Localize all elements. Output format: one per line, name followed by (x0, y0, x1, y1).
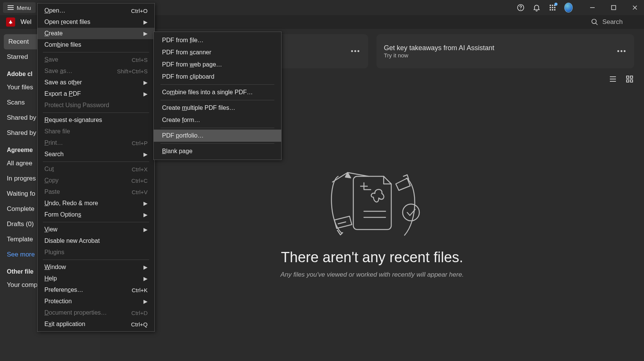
chevron-right-icon: ▶ (143, 276, 148, 282)
svg-rect-10 (554, 9, 555, 10)
chevron-right-icon: ▶ (143, 212, 148, 218)
svg-point-26 (403, 204, 419, 221)
chevron-right-icon: ▶ (143, 151, 148, 157)
menu-item[interactable]: Save as other▶ (38, 77, 154, 88)
menu-shortcut: Ctrl+D (131, 310, 148, 316)
menu-item[interactable]: Create multiple PDF files… (154, 102, 281, 114)
menu-separator (161, 143, 274, 144)
menu-separator (161, 84, 274, 85)
menu-separator (161, 100, 274, 100)
menu-item[interactable]: Combine files into a single PDF… (154, 86, 281, 98)
svg-rect-8 (550, 9, 551, 10)
svg-rect-12 (612, 6, 616, 10)
menu-item-label: Plugins (44, 249, 64, 256)
svg-rect-22 (627, 80, 629, 82)
list-view-icon[interactable] (608, 74, 617, 84)
grid-view-icon[interactable] (625, 74, 634, 84)
menu-item[interactable]: Combine files (38, 39, 154, 51)
empty-heading: There aren't any recent files. (281, 249, 463, 266)
menu-shortcut: Ctrl+Q (131, 321, 148, 328)
create-submenu: PDF from file…PDF from scannerPDF from w… (153, 32, 282, 160)
menu-item: PasteCtrl+V (38, 186, 154, 198)
menu-item[interactable]: View▶ (38, 224, 154, 235)
hamburger-icon (8, 5, 14, 10)
menu-item: Plugins (38, 247, 154, 258)
menu-item-label: Preferences… (44, 287, 83, 293)
maximize-button[interactable] (608, 2, 620, 14)
menu-item[interactable]: Open recent files▶ (38, 16, 154, 28)
profile-avatar[interactable] (564, 3, 573, 12)
card-text: Get key takeaways from AI Assistant Try … (384, 44, 494, 59)
chevron-right-icon: ▶ (143, 298, 148, 304)
help-icon[interactable] (516, 3, 525, 12)
card-sub: Try it now (384, 52, 494, 59)
menu-shortcut: Ctrl+S (132, 57, 148, 63)
menu-item: CutCtrl+X (38, 163, 154, 175)
menu-separator (43, 52, 149, 52)
svg-rect-2 (550, 5, 551, 6)
empty-illustration (315, 161, 429, 241)
menu-item[interactable]: Help▶ (38, 273, 154, 284)
menu-item[interactable]: Exit applicationCtrl+Q (38, 318, 154, 330)
apps-icon[interactable] (548, 3, 557, 12)
acrobat-icon (6, 17, 15, 27)
empty-sub: Any files you've viewed or worked with r… (280, 271, 464, 279)
menu-item[interactable]: Open…Ctrl+O (38, 5, 154, 16)
menu-item[interactable]: Disable new Acrobat (38, 235, 154, 247)
menu-item-label: PDF portfolio… (162, 132, 203, 139)
menu-item[interactable]: Window▶ (38, 261, 154, 273)
menu-shortcut: Ctrl+V (132, 189, 148, 195)
menu-item[interactable]: Export a PDF▶ (38, 88, 154, 100)
more-icon[interactable]: ••• (617, 48, 627, 55)
menu-item-label: Document properties… (44, 309, 107, 316)
doc-title: Wel (20, 18, 31, 26)
menu-item[interactable]: PDF from file… (154, 34, 281, 46)
menu-shortcut: Ctrl+C (131, 177, 148, 184)
menu-item-label: Undo, Redo & more (44, 200, 98, 207)
menu-item[interactable]: Undo, Redo & more▶ (38, 198, 154, 209)
bell-icon[interactable] (532, 3, 541, 12)
search-icon (591, 18, 598, 26)
menu-shortcut: Shift+Ctrl+S (117, 68, 148, 74)
search-box[interactable]: Search (591, 18, 638, 26)
menu-item[interactable]: PDF from clipboard (154, 71, 281, 83)
menu-item[interactable]: Preferences…Ctrl+K (38, 284, 154, 296)
menu-item[interactable]: Create▶ (38, 28, 154, 39)
menu-separator (43, 112, 149, 113)
menu-button[interactable]: Menu (3, 2, 36, 13)
svg-rect-20 (627, 76, 629, 78)
menu-item-label: Search (44, 151, 64, 158)
menu-item[interactable]: Protection▶ (38, 296, 154, 307)
menu-item[interactable]: PDF portfolio… (154, 130, 281, 142)
menu-item: CopyCtrl+C (38, 175, 154, 186)
card-ai-assistant[interactable]: Get key takeaways from AI Assistant Try … (376, 34, 635, 68)
notification-dot (554, 3, 557, 6)
minimize-button[interactable] (586, 2, 598, 14)
menu-item-label: Copy (44, 177, 58, 184)
svg-line-16 (596, 23, 598, 25)
close-button[interactable] (629, 2, 641, 14)
menu-item-label: Window (44, 264, 66, 271)
menu-item[interactable]: PDF from web page… (154, 59, 281, 71)
menu-item-label: Save as other (44, 79, 82, 86)
window-controls (586, 2, 641, 14)
menu-item-label: Disable new Acrobat (44, 238, 100, 244)
menu-item-label: PDF from scanner (162, 49, 211, 56)
menu-item[interactable]: Request e-signatures (38, 114, 154, 126)
menu-item[interactable]: Create form… (154, 114, 281, 126)
menu-item-label: Form Options (44, 211, 81, 218)
menu-item[interactable]: PDF from scanner (154, 46, 281, 59)
svg-rect-3 (552, 5, 553, 6)
more-icon[interactable]: ••• (351, 48, 361, 55)
menu-item[interactable]: Form Options▶ (38, 209, 154, 220)
menu-item-label: Help (44, 275, 57, 282)
menu-item[interactable]: Blank page (154, 145, 281, 157)
menu-separator (43, 222, 149, 222)
card-title: Get key takeaways from AI Assistant (384, 44, 494, 52)
menu-item-label: Combine files (44, 41, 81, 48)
menu-item-label: Protection (44, 298, 72, 305)
menu-item-label: Paste (44, 188, 60, 195)
menu-item[interactable]: Search▶ (38, 149, 154, 160)
menu-item: Save as…Shift+Ctrl+S (38, 65, 154, 77)
menu-item-label: Share file (44, 128, 70, 135)
